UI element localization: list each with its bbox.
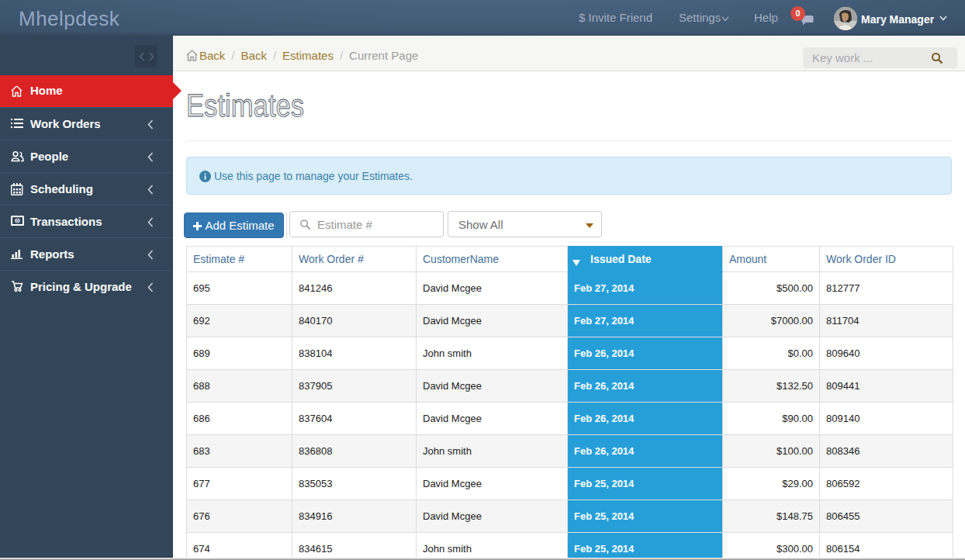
- svg-text:0: 0: [16, 218, 19, 223]
- svg-text:Estimates: Estimates: [186, 88, 304, 123]
